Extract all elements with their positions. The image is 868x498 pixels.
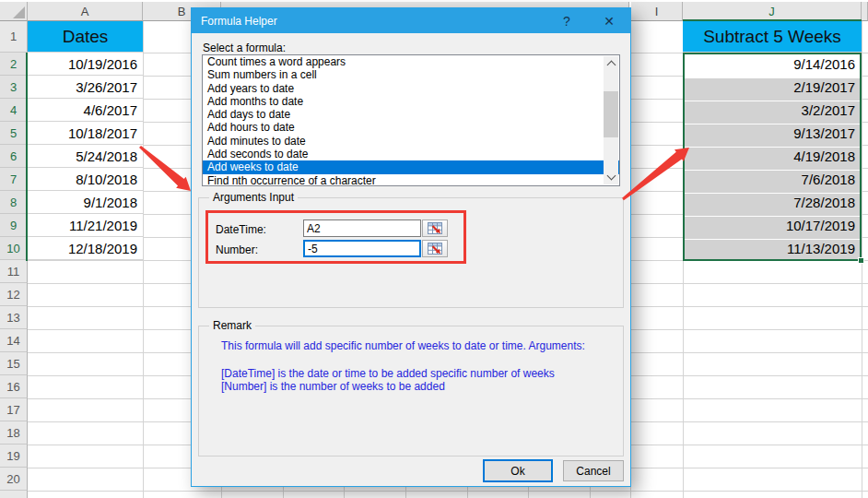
column-header-a[interactable]: A: [28, 2, 143, 21]
listbox-scrollbar[interactable]: [604, 56, 618, 184]
formula-helper-dialog: Formula Helper ? ✕ Select a formula: Cou…: [191, 7, 631, 487]
close-button[interactable]: ✕: [599, 12, 619, 30]
ok-button[interactable]: Ok: [483, 459, 553, 482]
column-j-cells: Subtract 5 Weeks 9/14/2016 2/19/2017 3/2…: [683, 21, 862, 260]
row-header-2[interactable]: 2: [0, 53, 28, 76]
scroll-up-button[interactable]: [604, 56, 618, 71]
row-header-5[interactable]: 5: [0, 122, 28, 145]
row-header-8[interactable]: 8: [0, 191, 28, 214]
spreadsheet-app: A B I J 1 2 3 4 5 6 7 8 9 10 11 12 13 14…: [0, 0, 868, 498]
formula-item[interactable]: Find nth occurrence of a character: [203, 174, 619, 186]
row-headers: 1 2 3 4 5 6 7 8 9 10 11 12 13 14 15 16 1…: [0, 21, 28, 498]
formula-item[interactable]: Add years to date: [203, 82, 619, 95]
cell-j2[interactable]: 9/14/2016: [683, 53, 862, 76]
row-header-15[interactable]: 15: [0, 352, 28, 375]
formula-item[interactable]: Add seconds to date: [203, 148, 619, 160]
left-annotation-arrow-icon: [138, 144, 195, 197]
help-button[interactable]: ?: [557, 12, 577, 30]
scroll-down-button[interactable]: [604, 170, 618, 184]
formula-item[interactable]: Add days to date: [203, 108, 619, 121]
formula-item[interactable]: Sum numbers in a cell: [203, 68, 619, 81]
cell-a6[interactable]: 5/24/2018: [28, 145, 143, 168]
remark-line-3: [Number] is the number of weeks to be ad…: [221, 380, 614, 393]
row-header-10[interactable]: 10: [0, 237, 28, 260]
cell-j8[interactable]: 7/28/2018: [683, 191, 862, 214]
row-header-14[interactable]: 14: [0, 329, 28, 352]
cell-a5[interactable]: 10/18/2017: [28, 122, 143, 145]
cell-j4[interactable]: 3/2/2017: [683, 99, 862, 122]
cell-a8[interactable]: 9/1/2018: [28, 191, 143, 214]
row-header-20[interactable]: 20: [0, 468, 28, 491]
remark-line-1: This formula will add specific number of…: [221, 339, 614, 352]
formula-item-selected[interactable]: Add weeks to date: [203, 160, 619, 173]
number-range-selector-button[interactable]: [422, 240, 448, 257]
row-header-13[interactable]: 13: [0, 306, 28, 329]
formula-item[interactable]: Count times a word appears: [203, 55, 619, 68]
row-header-18[interactable]: 18: [0, 421, 28, 445]
row-header-6[interactable]: 6: [0, 145, 28, 168]
row-header-3[interactable]: 3: [0, 76, 28, 99]
datetime-range-selector-button[interactable]: [422, 219, 448, 237]
column-header-j[interactable]: J: [683, 2, 862, 21]
fill-handle[interactable]: [858, 257, 864, 264]
cell-a7[interactable]: 8/10/2018: [28, 168, 143, 191]
selected-column-accent: [683, 19, 862, 21]
cell-j6[interactable]: 4/19/2018: [683, 145, 862, 168]
select-all-triangle-icon: [13, 6, 25, 18]
remark-group: Remark This formula will add specific nu…: [198, 326, 624, 456]
cell-j9[interactable]: 10/17/2019: [683, 214, 862, 237]
scrollbar-thumb[interactable]: [604, 91, 618, 137]
cell-j5[interactable]: 9/13/2017: [683, 122, 862, 145]
chevron-down-icon: [606, 172, 616, 181]
cell-j7[interactable]: 7/6/2018: [683, 168, 862, 191]
cell-a3[interactable]: 3/26/2017: [28, 76, 143, 99]
cell-a4[interactable]: 4/6/2017: [28, 99, 143, 122]
cell-a9[interactable]: 11/21/2019: [28, 214, 143, 237]
cancel-button[interactable]: Cancel: [563, 460, 624, 481]
row-header-4[interactable]: 4: [0, 99, 28, 122]
dialog-title: Formula Helper: [192, 15, 277, 28]
arguments-input-legend: Arguments Input: [209, 191, 298, 204]
select-all-button[interactable]: [0, 2, 28, 21]
formula-item[interactable]: Add hours to date: [203, 121, 619, 134]
column-header-i[interactable]: I: [631, 2, 683, 21]
column-header-k-sliver: [862, 2, 868, 21]
selected-rows-accent: [26, 53, 28, 261]
row-header-17[interactable]: 17: [0, 398, 28, 421]
row-header-11[interactable]: 11: [0, 260, 28, 283]
cell-a2[interactable]: 10/19/2016: [28, 53, 143, 76]
remark-legend: Remark: [209, 319, 255, 332]
select-formula-label: Select a formula:: [203, 42, 286, 54]
row-header-12[interactable]: 12: [0, 283, 28, 306]
formula-item[interactable]: Add minutes to date: [203, 135, 619, 148]
number-input[interactable]: [303, 240, 421, 257]
formula-item[interactable]: Add months to date: [203, 95, 619, 108]
cell-j3[interactable]: 2/19/2017: [683, 76, 862, 99]
chevron-up-icon: [606, 61, 616, 70]
formula-listbox[interactable]: Count times a word appears Sum numbers i…: [202, 54, 620, 186]
range-selector-icon: [428, 243, 443, 255]
row-header-16[interactable]: 16: [0, 375, 28, 398]
right-annotation-arrow-icon: [621, 144, 693, 205]
row-header-1[interactable]: 1: [0, 21, 28, 53]
cell-a10[interactable]: 12/18/2019: [28, 237, 143, 260]
datetime-input[interactable]: [303, 219, 421, 237]
row-header-21[interactable]: 21: [0, 491, 28, 498]
row-header-7[interactable]: 7: [0, 168, 28, 191]
range-selector-icon: [428, 222, 443, 234]
column-a-cells: Dates 10/19/2016 3/26/2017 4/6/2017 10/1…: [28, 21, 143, 260]
cell-j1-result-header[interactable]: Subtract 5 Weeks: [683, 21, 862, 53]
remark-line-2: [DateTime] is the date or time to be add…: [221, 367, 614, 380]
row-header-19[interactable]: 19: [0, 445, 28, 468]
row-header-9[interactable]: 9: [0, 214, 28, 237]
cell-a1-dates-header[interactable]: Dates: [28, 21, 143, 53]
cell-j10[interactable]: 11/13/2019: [683, 237, 862, 260]
